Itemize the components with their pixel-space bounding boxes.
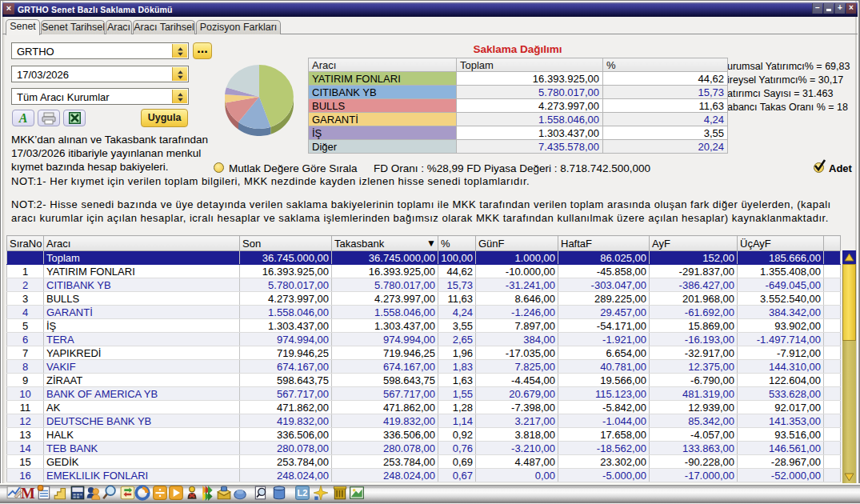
- svg-text:M: M: [21, 485, 35, 501]
- svg-text:A: A: [18, 111, 28, 125]
- svg-text:L2: L2: [298, 488, 308, 498]
